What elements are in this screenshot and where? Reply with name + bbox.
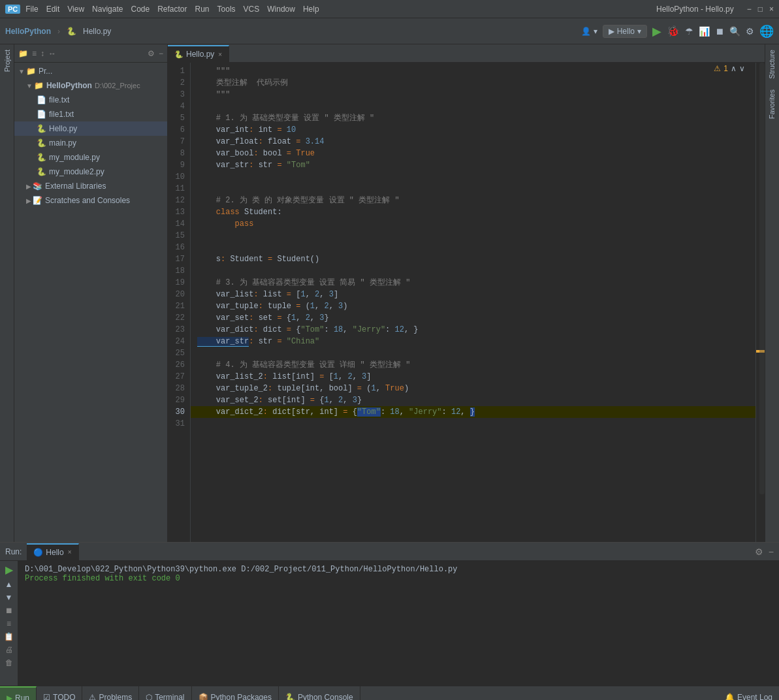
menu-file[interactable]: File	[25, 5, 38, 14]
tree-path-hello: D:\002_Projec	[95, 82, 140, 89]
code-line-24: var_str: str = "China"	[191, 336, 755, 347]
file-icon-hellos: 🐍	[37, 124, 46, 133]
code-area[interactable]: """ 类型注解 代码示例 """ # 1. 为 基础类型变量 设置 " 类型注…	[191, 63, 755, 542]
project-panel-icon4[interactable]: ↔	[48, 49, 56, 58]
warning-nav-down[interactable]: ∨	[739, 64, 745, 73]
tree-item-mainpy[interactable]: 🐍 main.py	[14, 136, 167, 150]
menu-refactor[interactable]: Refactor	[157, 5, 187, 14]
tree-item-hellospy[interactable]: 🐍 Hello.py	[14, 121, 167, 136]
menu-window[interactable]: Window	[267, 5, 295, 14]
bottom-tab-run[interactable]: ▶ Run	[0, 686, 37, 701]
code-editor: 🐍 Hello.py × ⚠ 1 ∧ ∨ 12345 678910 111213…	[168, 44, 765, 542]
structure-tab[interactable]: Structure	[765, 44, 779, 84]
menu-edit[interactable]: Edit	[46, 5, 60, 14]
run-sidebar-btn1[interactable]: ⏹	[5, 606, 13, 615]
tree-item-pr[interactable]: ▼ 📁 Pr...	[14, 64, 167, 78]
run-content: ▶ ▲ ▼ ⏹ ≡ 📋 🖨 🗑 D:\001_Develop\022_Pytho…	[0, 561, 779, 686]
tree-label-mainpy: main.py	[49, 138, 76, 148]
project-panel-icon1[interactable]: 📁	[18, 49, 28, 58]
code-line-17: s: Student = Student()	[191, 253, 755, 265]
tree-item-filetxt[interactable]: 📄 file.txt	[14, 93, 167, 107]
tree-arrow-hello: ▼	[26, 82, 33, 89]
code-line-10	[191, 171, 755, 183]
tab-close-hello[interactable]: ×	[218, 51, 222, 58]
profile-dropdown[interactable]: 👤 ▾	[581, 27, 597, 36]
run-minimize-icon[interactable]: −	[769, 547, 774, 557]
stop-button[interactable]: ⏹	[715, 26, 724, 37]
line-numbers: 12345 678910 1112131415 1617181920 21222…	[168, 63, 191, 542]
menu-tools[interactable]: Tools	[217, 5, 236, 14]
tree-label-mymodule: my_module.py	[49, 153, 100, 162]
project-panel-icon3[interactable]: ↕	[40, 49, 44, 58]
toolbar-left: HelloPython › 🐍 Hello.py	[5, 27, 111, 36]
menu-vcs[interactable]: VCS	[244, 5, 260, 14]
run-settings-icon[interactable]: ⚙	[755, 547, 763, 557]
settings-button[interactable]: ⚙	[746, 26, 754, 37]
favorites-tab[interactable]: Favorites	[765, 84, 779, 124]
profile-button[interactable]: 📊	[699, 26, 710, 37]
tree-item-scratches[interactable]: ▶ 📝 Scratches and Consoles	[14, 193, 167, 208]
coverage-button[interactable]: ☂	[685, 26, 693, 37]
project-panel-minimize[interactable]: −	[159, 49, 163, 58]
bottom-tab-terminal[interactable]: ⬡ Terminal	[139, 686, 191, 701]
search-button[interactable]: 🔍	[729, 26, 740, 37]
run-button[interactable]: ▶	[652, 24, 661, 39]
project-panel-settings[interactable]: ⚙	[148, 49, 155, 58]
run-sidebar-btn4[interactable]: 🖨	[5, 645, 13, 654]
code-line-15	[191, 230, 755, 242]
run-sidebar-btn2[interactable]: ≡	[7, 619, 11, 628]
file-breadcrumb[interactable]: Hello.py	[83, 27, 111, 36]
editor-tab-hello[interactable]: 🐍 Hello.py ×	[168, 45, 229, 62]
tree-label-hello: HelloPython	[46, 81, 92, 90]
menu-help[interactable]: Help	[303, 5, 319, 14]
tree-item-hellopython[interactable]: ▼ 📁 HelloPython D:\002_Projec	[14, 78, 167, 93]
maximize-button[interactable]: □	[758, 5, 763, 14]
project-tree: ▼ 📁 Pr... ▼ 📁 HelloPython D:\002_Projec …	[14, 63, 167, 542]
project-sidebar-tab[interactable]: Project	[1, 44, 14, 77]
scroll-thumb[interactable]	[759, 63, 765, 494]
tree-label-filetxt: file.txt	[49, 95, 69, 104]
menu-view[interactable]: View	[67, 5, 84, 14]
bottom-tab-todo[interactable]: ☑ TODO	[37, 686, 82, 701]
code-line-7: var_float: float = 3.14	[191, 136, 755, 148]
app-icon: PC	[5, 5, 20, 14]
event-log-btn[interactable]: 🔔 Event Log	[718, 693, 779, 701]
run-config-chevron: ▾	[637, 27, 641, 36]
project-panel-icon2[interactable]: ≡	[32, 49, 37, 58]
run-tab-close[interactable]: ×	[68, 549, 72, 556]
event-log-label: Event Log	[737, 693, 772, 701]
code-line-2: 类型注解 代码示例	[191, 77, 755, 89]
code-line-16	[191, 242, 755, 253]
minimize-button[interactable]: −	[747, 5, 752, 14]
tree-item-file1txt[interactable]: 📄 file1.txt	[14, 107, 167, 121]
code-line-11	[191, 183, 755, 195]
code-line-3: """	[191, 89, 755, 101]
project-breadcrumb[interactable]: HelloPython	[5, 27, 51, 36]
menu-navigate[interactable]: Navigate	[92, 5, 123, 14]
menu-run[interactable]: Run	[195, 5, 210, 14]
run-sidebar-btn3[interactable]: 📋	[4, 632, 14, 641]
editor-scrollbar[interactable]	[755, 63, 765, 542]
editor-tabbar: 🐍 Hello.py × ⚠ 1 ∧ ∨	[168, 44, 765, 63]
tree-item-mymodule2[interactable]: 🐍 my_module2.py	[14, 165, 167, 179]
bottom-tab-problems[interactable]: ⚠ Problems	[82, 686, 139, 701]
code-content: 12345 678910 1112131415 1617181920 21222…	[168, 63, 765, 542]
run-config-dropdown[interactable]: ▶ Hello ▾	[603, 25, 647, 38]
run-command-line: D:\001_Develop\022_Python\Python39\pytho…	[25, 565, 772, 574]
warning-nav-up[interactable]: ∧	[731, 64, 737, 73]
bottom-tab-pyconsole[interactable]: 🐍 Python Console	[279, 686, 360, 701]
menu-code[interactable]: Code	[131, 5, 150, 14]
close-button[interactable]: ×	[769, 5, 774, 14]
run-play-button[interactable]: ▶	[5, 564, 13, 576]
run-scroll-down[interactable]: ▼	[5, 593, 13, 602]
tree-item-mymodule[interactable]: 🐍 my_module.py	[14, 150, 167, 165]
run-tab-hello[interactable]: 🔵 Hello ×	[27, 543, 78, 560]
debug-app-button[interactable]: 🌐	[759, 24, 774, 39]
run-sidebar-btn5[interactable]: 🗑	[5, 658, 13, 667]
editor-warning-indicator: ⚠ 1 ∧ ∨	[714, 64, 745, 73]
run-scroll-up[interactable]: ▲	[5, 580, 13, 589]
bottom-tab-pypkg[interactable]: 📦 Python Packages	[192, 686, 279, 701]
tree-item-extlib[interactable]: ▶ 📚 External Libraries	[14, 179, 167, 193]
debug-button[interactable]: 🐞	[667, 25, 680, 37]
pypkg-label: Python Packages	[211, 693, 272, 701]
